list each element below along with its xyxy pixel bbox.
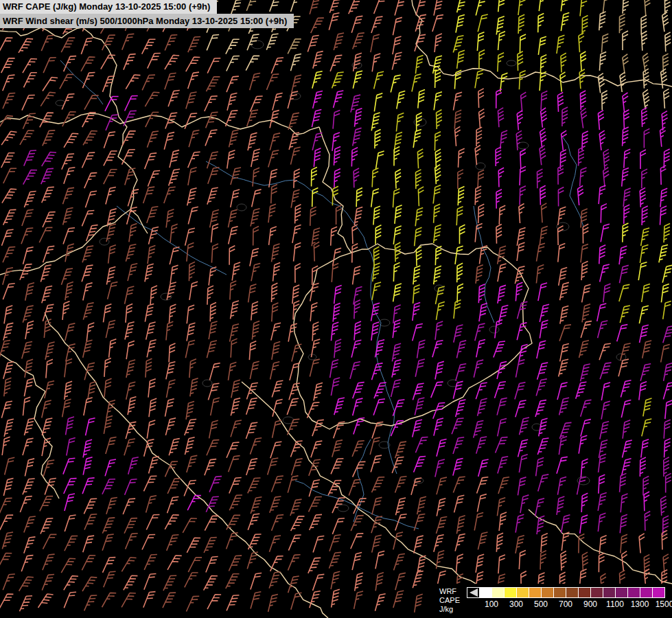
wind-barb bbox=[310, 0, 320, 16]
wind-barb bbox=[515, 381, 525, 401]
wind-barb bbox=[206, 110, 218, 130]
wind-barb bbox=[478, 284, 485, 303]
wind-barb bbox=[309, 494, 322, 514]
wind-barb bbox=[24, 417, 34, 437]
wind-barb bbox=[561, 0, 568, 12]
wind-barb bbox=[291, 514, 305, 534]
wind-barb bbox=[519, 203, 526, 222]
wind-barb bbox=[25, 320, 34, 340]
wind-barb bbox=[498, 31, 505, 51]
wind-barb bbox=[288, 323, 297, 343]
wind-barb bbox=[515, 282, 522, 302]
wind-barb bbox=[518, 14, 524, 34]
wind-barb bbox=[516, 130, 523, 150]
wind-barb bbox=[227, 150, 235, 170]
wind-barb bbox=[24, 378, 33, 398]
wind-barb bbox=[266, 32, 278, 52]
wind-barb bbox=[496, 147, 501, 166]
wind-barb bbox=[66, 416, 74, 436]
wind-barb bbox=[452, 416, 464, 436]
wind-barb bbox=[496, 190, 502, 209]
wind-barb bbox=[457, 0, 467, 14]
wind-barb bbox=[434, 91, 442, 111]
wind-barb bbox=[268, 457, 279, 477]
wind-barb bbox=[104, 148, 117, 168]
wind-barb bbox=[454, 110, 461, 130]
wind-barb bbox=[24, 514, 36, 534]
wind-barb bbox=[329, 533, 341, 553]
wind-barb bbox=[231, 379, 240, 399]
legend-swatch bbox=[603, 588, 615, 597]
wind-barb bbox=[334, 396, 345, 416]
wind-barb bbox=[3, 166, 16, 186]
wind-barb bbox=[373, 262, 380, 282]
cape-contour bbox=[507, 60, 516, 66]
wind-barb bbox=[170, 264, 178, 284]
wind-barb bbox=[1, 400, 12, 420]
cape-contour bbox=[308, 354, 316, 360]
wind-barb bbox=[82, 553, 95, 573]
wind-barb bbox=[520, 34, 526, 54]
wind-barb bbox=[163, 573, 176, 593]
wind-barb bbox=[476, 435, 487, 455]
wind-barb bbox=[103, 304, 111, 323]
wind-barb bbox=[147, 420, 155, 439]
wind-barb bbox=[517, 111, 524, 130]
wind-barb bbox=[666, 473, 671, 492]
legend-swatch bbox=[492, 588, 504, 597]
wind-barb bbox=[25, 457, 34, 477]
wind-barb bbox=[456, 398, 466, 418]
wind-barb bbox=[477, 475, 489, 495]
wind-barb bbox=[535, 497, 544, 517]
wind-barb bbox=[580, 0, 588, 16]
wind-barb bbox=[581, 108, 589, 128]
wind-barb bbox=[642, 206, 648, 225]
cape-contour bbox=[489, 326, 499, 333]
legend-swatch bbox=[653, 588, 664, 597]
wind-barb bbox=[579, 33, 586, 52]
wind-barb bbox=[329, 551, 340, 571]
wind-barb bbox=[582, 552, 588, 571]
wind-barb bbox=[64, 476, 77, 496]
wind-barb bbox=[125, 321, 135, 341]
wind-barb bbox=[329, 12, 339, 32]
wind-barb bbox=[185, 339, 195, 359]
wind-barb bbox=[437, 476, 447, 496]
wind-barb bbox=[617, 323, 628, 343]
wind-barbs-layer bbox=[0, 0, 672, 614]
wind-barb bbox=[187, 454, 198, 474]
river-line bbox=[354, 439, 371, 522]
wind-barb bbox=[188, 34, 200, 54]
wind-barb bbox=[353, 380, 364, 400]
wind-barb bbox=[189, 281, 198, 301]
wind-barb bbox=[45, 380, 54, 400]
wind-barb bbox=[601, 400, 610, 420]
wind-barb bbox=[250, 436, 262, 456]
wind-barb bbox=[395, 496, 406, 516]
wind-barb bbox=[660, 188, 667, 208]
wind-barb bbox=[84, 496, 97, 516]
wind-barb bbox=[620, 473, 627, 492]
wind-barb bbox=[415, 170, 421, 189]
wind-barb bbox=[209, 321, 217, 341]
wind-barb bbox=[435, 165, 441, 185]
wind-barb bbox=[353, 266, 361, 286]
legend-arrow-cell bbox=[467, 588, 479, 597]
wind-barb bbox=[539, 417, 548, 437]
wind-barb bbox=[23, 477, 35, 496]
wind-barb bbox=[148, 226, 159, 246]
wind-barb bbox=[435, 458, 445, 478]
wind-barb bbox=[332, 186, 338, 205]
wind-barb bbox=[413, 128, 421, 148]
wind-barb bbox=[211, 244, 218, 263]
wind-barb bbox=[559, 323, 571, 343]
wind-barb bbox=[371, 112, 380, 132]
wind-barb bbox=[310, 512, 322, 532]
wind-barb bbox=[476, 0, 486, 16]
wind-barb bbox=[418, 187, 424, 206]
wind-barb bbox=[227, 440, 239, 460]
wind-barb bbox=[308, 556, 321, 575]
wind-barb bbox=[207, 186, 218, 206]
wind-barb bbox=[146, 110, 159, 130]
wind-barb bbox=[624, 149, 630, 168]
